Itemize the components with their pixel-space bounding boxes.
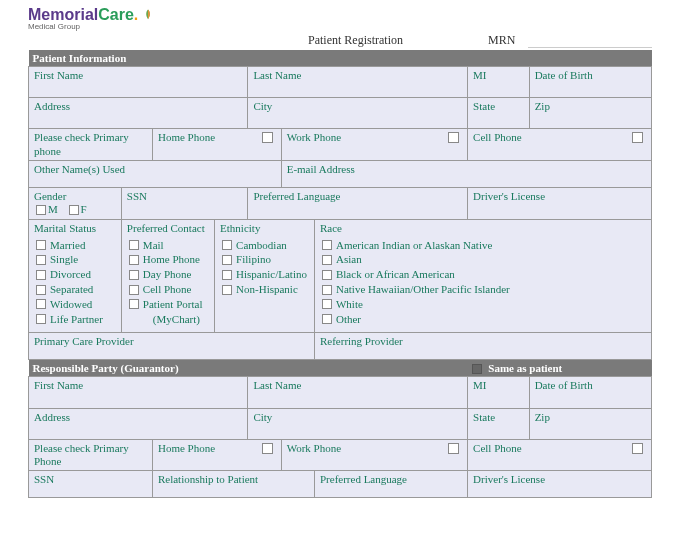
gender-f-checkbox[interactable]	[69, 205, 79, 215]
pref-lang-input[interactable]	[249, 203, 466, 217]
ssn-input[interactable]	[123, 203, 247, 217]
last-name-label: Last Name	[249, 68, 466, 82]
g-city-input[interactable]	[249, 424, 466, 438]
marital-option: Life Partner	[36, 312, 114, 327]
dob-input[interactable]	[531, 82, 650, 96]
first-name-input[interactable]	[30, 82, 246, 96]
ethnicity-checkbox[interactable]	[222, 240, 232, 250]
ssn-label: SSN	[123, 189, 247, 203]
g-last-name-input[interactable]	[249, 393, 466, 407]
marital-option: Separated	[36, 282, 114, 297]
pcp-label: Primary Care Provider	[30, 334, 313, 348]
g-address-label: Address	[30, 410, 246, 424]
g-ssn-input[interactable]	[30, 486, 151, 496]
g-dl-label: Driver's License	[469, 472, 650, 486]
ethnicity-label: Hispanic/Latino	[236, 267, 307, 282]
marital-checkbox[interactable]	[36, 270, 46, 280]
home-phone-input[interactable]	[154, 145, 280, 159]
g-state-label: State	[469, 410, 528, 424]
contact-option: Home Phone	[129, 252, 207, 267]
contact-label: Mail	[143, 238, 164, 253]
marital-option: Divorced	[36, 267, 114, 282]
referring-input[interactable]	[316, 348, 650, 358]
g-dl-input[interactable]	[469, 486, 650, 496]
marital-checkbox[interactable]	[36, 255, 46, 265]
mrn-value[interactable]	[528, 33, 652, 48]
contact-checkbox[interactable]	[129, 255, 139, 265]
dl-input[interactable]	[469, 203, 650, 217]
g-dob-input[interactable]	[531, 393, 650, 407]
address-input[interactable]	[30, 113, 246, 127]
race-checkbox[interactable]	[322, 285, 332, 295]
race-option: Asian	[322, 252, 644, 267]
g-address-input[interactable]	[30, 424, 246, 438]
g-first-name-label: First Name	[30, 378, 246, 392]
g-zip-label: Zip	[531, 410, 650, 424]
other-names-input[interactable]	[30, 176, 280, 186]
same-as-patient-label: Same as patient	[488, 362, 562, 374]
pcp-input[interactable]	[30, 348, 313, 358]
g-state-input[interactable]	[469, 424, 528, 438]
g-cell-phone-input[interactable]	[469, 455, 650, 469]
g-work-phone-input[interactable]	[283, 455, 466, 469]
mi-input[interactable]	[469, 82, 528, 96]
race-checkbox[interactable]	[322, 299, 332, 309]
city-input[interactable]	[249, 113, 466, 127]
state-input[interactable]	[469, 113, 528, 127]
ethnicity-option: Hispanic/Latino	[222, 267, 307, 282]
cell-phone-input[interactable]	[469, 145, 650, 159]
marital-option: Widowed	[36, 297, 114, 312]
mi-label: MI	[469, 68, 528, 82]
race-checkbox[interactable]	[322, 240, 332, 250]
zip-input[interactable]	[531, 113, 650, 127]
relationship-label: Relationship to Patient	[154, 472, 313, 486]
g-first-name-input[interactable]	[30, 393, 246, 407]
relationship-input[interactable]	[154, 486, 313, 496]
work-phone-input[interactable]	[283, 145, 466, 159]
contact-checkbox[interactable]	[129, 270, 139, 280]
dob-label: Date of Birth	[531, 68, 650, 82]
contact-checkbox[interactable]	[129, 285, 139, 295]
gender-m-checkbox[interactable]	[36, 205, 46, 215]
race-label: Other	[336, 312, 361, 327]
g-pref-lang-input[interactable]	[316, 486, 466, 496]
g-home-phone-input[interactable]	[154, 455, 280, 469]
same-as-patient-checkbox[interactable]	[472, 364, 482, 374]
contact-checkbox[interactable]	[129, 299, 139, 309]
g-work-phone-checkbox[interactable]	[448, 443, 459, 454]
marital-checkbox[interactable]	[36, 299, 46, 309]
race-option: American Indian or Alaskan Native	[322, 238, 644, 253]
race-checkbox[interactable]	[322, 270, 332, 280]
g-dob-label: Date of Birth	[531, 378, 650, 392]
marital-checkbox[interactable]	[36, 240, 46, 250]
race-checkbox[interactable]	[322, 314, 332, 324]
race-option: Black or African American	[322, 267, 644, 282]
g-cell-phone-checkbox[interactable]	[632, 443, 643, 454]
marital-checkbox[interactable]	[36, 285, 46, 295]
email-label: E-mail Address	[283, 162, 650, 176]
ethnicity-label: Ethnicity	[216, 221, 313, 235]
logo-dot: .	[134, 6, 138, 23]
g-last-name-label: Last Name	[249, 378, 466, 392]
contact-checkbox[interactable]	[129, 240, 139, 250]
leaf-icon	[140, 8, 156, 24]
g-mi-input[interactable]	[469, 393, 528, 407]
ethnicity-checkbox[interactable]	[222, 270, 232, 280]
g-city-label: City	[249, 410, 466, 424]
marital-option: Married	[36, 238, 114, 253]
race-checkbox[interactable]	[322, 255, 332, 265]
ethnicity-checkbox[interactable]	[222, 255, 232, 265]
marital-label: Married	[50, 238, 85, 253]
home-phone-checkbox[interactable]	[262, 132, 273, 143]
last-name-input[interactable]	[249, 82, 466, 96]
g-home-phone-checkbox[interactable]	[262, 443, 273, 454]
ethnicity-checkbox[interactable]	[222, 285, 232, 295]
work-phone-checkbox[interactable]	[448, 132, 459, 143]
email-input[interactable]	[283, 176, 650, 186]
g-zip-input[interactable]	[531, 424, 650, 438]
city-label: City	[249, 99, 466, 113]
marital-checkbox[interactable]	[36, 314, 46, 324]
contact-options: MailHome PhoneDay PhoneCell PhonePatient…	[123, 236, 213, 331]
cell-phone-checkbox[interactable]	[632, 132, 643, 143]
address-label: Address	[30, 99, 246, 113]
